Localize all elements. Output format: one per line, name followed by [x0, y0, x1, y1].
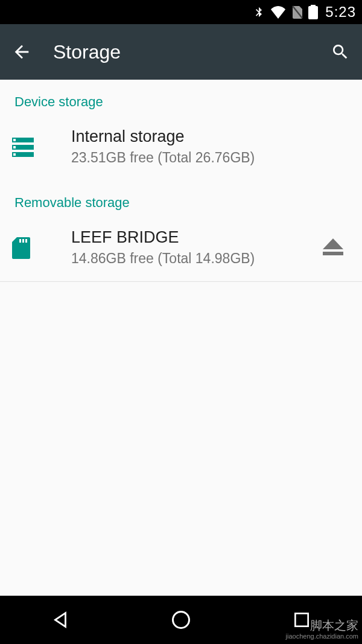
removable-storage-item[interactable]: LEEF BRIDGE 14.86GB free (Total 14.98GB)	[0, 217, 362, 281]
svg-rect-8	[25, 239, 27, 243]
internal-storage-item[interactable]: Internal storage 23.51GB free (Total 26.…	[0, 116, 362, 180]
battery-icon	[308, 5, 318, 19]
nav-home-button[interactable]	[157, 602, 205, 638]
back-button[interactable]	[10, 40, 34, 64]
svg-rect-3	[13, 139, 16, 141]
bluetooth-icon	[253, 4, 265, 20]
removable-storage-title: LEEF BRIDGE	[71, 228, 316, 248]
internal-storage-title: Internal storage	[71, 127, 350, 147]
watermark-line2: jiaocheng.chazidian.com	[286, 633, 358, 640]
svg-rect-9	[323, 252, 343, 255]
svg-point-10	[173, 612, 189, 628]
storage-icon	[12, 135, 46, 157]
removable-storage-header: Removable storage	[0, 180, 362, 217]
eject-button[interactable]	[316, 238, 350, 255]
status-bar: 5:23	[0, 0, 362, 24]
wifi-icon	[270, 5, 287, 19]
watermark-line1: 脚本之家	[286, 618, 358, 633]
app-bar: Storage	[0, 24, 362, 80]
nav-back-button[interactable]	[36, 602, 84, 638]
status-time: 5:23	[325, 4, 356, 21]
device-storage-header: Device storage	[0, 80, 362, 116]
svg-rect-7	[22, 239, 24, 243]
no-sim-icon	[291, 5, 303, 19]
svg-rect-4	[13, 146, 16, 148]
page-title: Storage	[53, 41, 328, 63]
sd-card-icon	[12, 235, 46, 259]
navigation-bar: 脚本之家 jiaocheng.chazidian.com	[0, 596, 362, 644]
divider	[0, 281, 362, 282]
svg-rect-6	[19, 239, 21, 243]
search-button[interactable]	[328, 40, 352, 64]
internal-storage-subtitle: 23.51GB free (Total 26.76GB)	[71, 150, 350, 166]
removable-storage-subtitle: 14.86GB free (Total 14.98GB)	[71, 250, 316, 267]
content-area: Device storage Internal storage 23.51GB …	[0, 80, 362, 596]
svg-rect-5	[13, 153, 16, 156]
watermark: 脚本之家 jiaocheng.chazidian.com	[286, 618, 358, 640]
